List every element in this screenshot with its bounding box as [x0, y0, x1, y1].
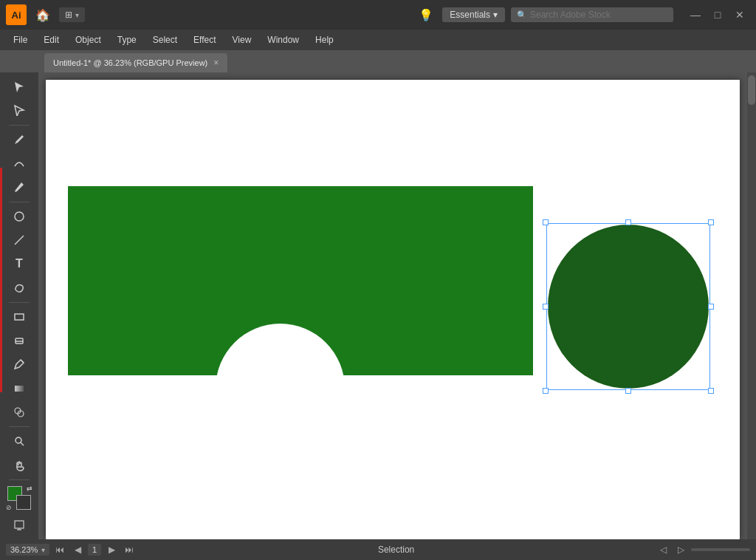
menu-effect[interactable]: Effect: [186, 32, 223, 48]
toolbar-separator-4: [9, 426, 30, 427]
svg-line-1: [15, 236, 24, 245]
status-tool-label: Selection: [140, 544, 653, 555]
search-adobe-stock[interactable]: 🔍: [511, 7, 673, 22]
color-boxes: ⇄ ⊘: [7, 486, 31, 510]
toolbar-separator-2: [9, 202, 30, 202]
zoom-dropdown[interactable]: ▾: [41, 546, 45, 554]
svg-rect-11: [15, 521, 24, 528]
svg-rect-2: [15, 314, 24, 320]
maximize-button[interactable]: □: [707, 4, 728, 25]
nav-next-button[interactable]: ▶: [104, 542, 119, 557]
rectangle-tool[interactable]: [7, 306, 31, 328]
menu-view[interactable]: View: [225, 32, 259, 48]
lasso-tool[interactable]: [7, 276, 31, 298]
selection-bounding-box: [546, 223, 710, 390]
ai-logo: Ai: [6, 4, 27, 25]
pencil-tool[interactable]: [7, 176, 31, 198]
close-button[interactable]: ✕: [729, 4, 750, 25]
doc-tab-title: Untitled-1* @ 36.23% (RGB/GPU Preview): [53, 58, 207, 67]
svg-point-9: [16, 437, 21, 443]
menu-help[interactable]: Help: [308, 32, 341, 48]
shape-builder-tool[interactable]: [7, 401, 31, 423]
menu-bar: File Edit Object Type Select Effect View…: [0, 30, 756, 50]
left-toolbar: T ⇄: [0, 72, 38, 539]
menu-edit[interactable]: Edit: [36, 32, 66, 48]
search-stock-input[interactable]: [530, 10, 667, 20]
right-scroll-thumb[interactable]: [748, 75, 755, 105]
nav-prev-button[interactable]: ◀: [70, 542, 85, 557]
red-edge-indicator: [0, 168, 2, 392]
type-tool[interactable]: T: [7, 253, 31, 275]
gradient-tool[interactable]: [7, 378, 31, 400]
tab-bar: Untitled-1* @ 36.23% (RGB/GPU Preview) ×: [0, 50, 756, 72]
page-nav-prev[interactable]: ◁: [656, 542, 670, 557]
essentials-dropdown[interactable]: Essentials ▾: [442, 7, 505, 22]
green-circle-container[interactable]: [548, 225, 709, 389]
nav-first-button[interactable]: ⏮: [52, 542, 67, 557]
toolbar-separator-1: [9, 125, 30, 126]
status-bar: 36.23% ▾ ⏮ ◀ 1 ▶ ⏭ Selection ◁ ▷: [0, 539, 756, 560]
change-screen-mode[interactable]: [7, 514, 31, 536]
minimize-button[interactable]: —: [685, 4, 706, 25]
workspace-chevron: ▾: [75, 11, 79, 19]
status-right: ◁ ▷: [656, 542, 750, 557]
lightbulb-icon[interactable]: 💡: [416, 5, 436, 25]
none-color-icon[interactable]: ⊘: [6, 504, 12, 511]
eyedropper-tool[interactable]: [7, 353, 31, 375]
svg-point-0: [15, 212, 24, 221]
workspace-switcher[interactable]: ⊞ ▾: [59, 7, 85, 22]
svg-line-10: [21, 443, 24, 445]
zoom-display: 36.23% ▾: [6, 544, 49, 556]
essentials-label: Essentials: [450, 10, 490, 20]
nav-last-button[interactable]: ⏭: [122, 542, 137, 557]
menu-object[interactable]: Object: [68, 32, 109, 48]
grid-icon: ⊞: [65, 10, 72, 20]
handle-top-mid[interactable]: [625, 219, 631, 225]
title-bar: Ai 🏠 ⊞ ▾ 💡 Essentials ▾ 🔍 — □ ✕: [0, 0, 756, 30]
search-icon: 🔍: [517, 10, 527, 20]
canvas-wrapper[interactable]: [38, 72, 747, 539]
menu-select[interactable]: Select: [145, 32, 185, 48]
handle-top-left[interactable]: [543, 219, 549, 225]
handle-bottom-right[interactable]: [708, 388, 714, 394]
handle-mid-right[interactable]: [708, 304, 714, 310]
curvature-tool[interactable]: [7, 152, 31, 174]
workspace: T ⇄: [0, 72, 756, 539]
stroke-color[interactable]: [16, 495, 31, 510]
handle-bottom-left[interactable]: [543, 388, 549, 394]
hand-tool[interactable]: [7, 454, 31, 477]
toolbar-separator-3: [9, 302, 30, 303]
canvas-background: [46, 80, 740, 539]
toolbar-separator-5: [9, 479, 30, 480]
eraser-tool[interactable]: [7, 329, 31, 352]
select-tool[interactable]: [7, 75, 31, 98]
white-circle[interactable]: [216, 324, 345, 453]
essentials-chevron: ▾: [493, 10, 498, 20]
right-scrollbar[interactable]: [747, 72, 756, 539]
line-tool[interactable]: [7, 229, 31, 251]
handle-top-right[interactable]: [708, 219, 714, 225]
home-icon[interactable]: 🏠: [32, 5, 53, 25]
menu-type[interactable]: Type: [110, 32, 144, 48]
direct-select-tool[interactable]: [7, 99, 31, 121]
green-rectangle[interactable]: [68, 186, 533, 375]
gpu-slider[interactable]: [691, 548, 750, 551]
document-tab[interactable]: Untitled-1* @ 36.23% (RGB/GPU Preview) ×: [44, 53, 227, 72]
pen-tool[interactable]: [7, 129, 31, 151]
zoom-value: 36.23%: [10, 545, 40, 554]
fill-stroke-indicator[interactable]: ⇄ ⊘: [7, 486, 31, 510]
svg-rect-6: [15, 386, 24, 392]
handle-bottom-mid[interactable]: [625, 388, 631, 394]
handle-mid-left[interactable]: [543, 304, 549, 310]
menu-file[interactable]: File: [6, 32, 35, 48]
page-number[interactable]: 1: [88, 544, 101, 556]
page-nav-next[interactable]: ▷: [673, 542, 688, 557]
zoom-tool[interactable]: [7, 430, 31, 452]
menu-window[interactable]: Window: [260, 32, 306, 48]
window-controls: — □ ✕: [685, 4, 750, 25]
swap-colors-icon[interactable]: ⇄: [27, 485, 32, 492]
doc-tab-close[interactable]: ×: [213, 58, 219, 67]
ellipse-tool[interactable]: [7, 205, 31, 227]
